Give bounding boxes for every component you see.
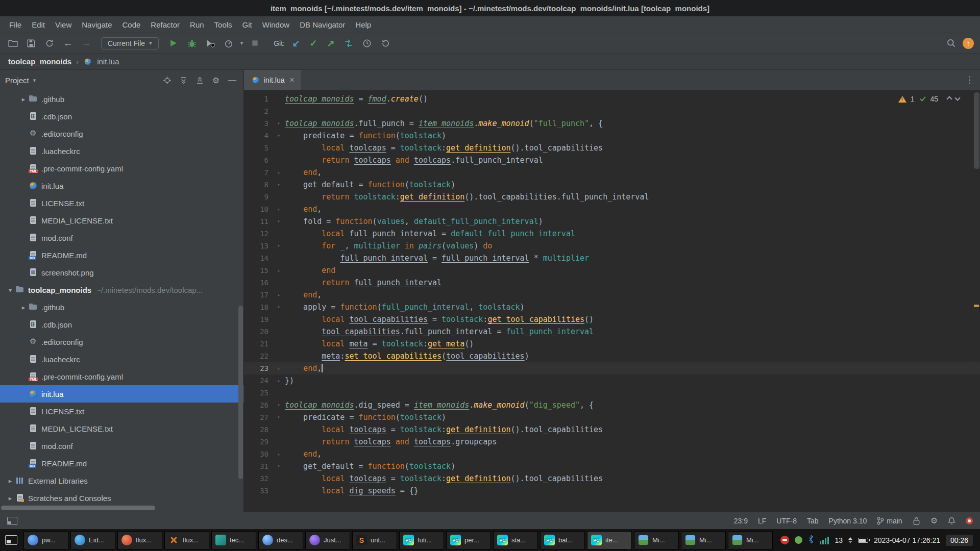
code-line-30[interactable]: 30▴ end, [244,448,980,460]
line-number[interactable]: 22 [244,350,273,362]
git-commit-icon[interactable]: ✓ [307,37,320,50]
tree-item-screenshot-png[interactable]: screenshot.png [0,264,243,281]
line-number[interactable]: 1 [244,93,273,105]
line-number[interactable]: 33 [244,485,273,497]
line-number[interactable]: 28 [244,423,273,436]
line-number[interactable]: 8 [244,179,273,191]
taskbar-item-tec[interactable]: tec... [211,531,256,549]
line-number[interactable]: 11 [244,215,273,228]
tab-init-lua[interactable]: init.lua × [244,70,301,90]
chevron-down-icon[interactable]: ▾ [33,77,36,84]
code-line-11[interactable]: 11▾ fold = function(values, default_full… [244,215,980,228]
fold-marker-icon[interactable]: ▾ [273,179,285,191]
tree-item-media-license-txt[interactable]: MEDIA_LICENSE.txt [0,420,243,437]
fold-marker-icon[interactable]: ▴ [273,448,285,460]
line-number[interactable]: 18 [244,301,273,313]
sync-icon[interactable] [43,37,56,50]
tree-item-init-lua[interactable]: init.lua [0,385,243,403]
menu-tools[interactable]: Tools [209,18,237,32]
editor-scrollbar-thumb[interactable] [974,92,979,169]
warning-stripe-mark[interactable] [974,305,979,307]
open-folder-icon[interactable] [6,37,19,50]
expand-all-icon[interactable] [177,74,189,86]
git-update-icon[interactable]: ↙ [290,37,302,50]
line-number[interactable]: 30 [244,448,273,460]
update-notification-icon[interactable]: ↑ [963,38,974,49]
bluetooth-icon[interactable] [808,535,814,545]
chevron-right-icon[interactable]: ▸ [5,477,15,485]
line-number[interactable]: 5 [244,142,273,154]
fold-marker-icon[interactable]: ▾ [273,240,285,252]
line-number[interactable]: 20 [244,325,273,338]
taskbar-item-futi[interactable]: futi... [399,531,444,549]
hide-panel-icon[interactable]: — [226,74,238,86]
menu-refactor[interactable]: Refactor [145,18,185,32]
code-line-3[interactable]: 3▾toolcap_monoids.full_punch = item_mono… [244,117,980,130]
line-number[interactable]: 16 [244,277,273,289]
fold-marker-icon[interactable]: ▴ [273,203,285,215]
tree-item-cdb-json[interactable]: .cdb.json [0,108,243,125]
line-number[interactable]: 7 [244,166,273,179]
fold-marker-icon[interactable]: ▾ [273,215,285,228]
code-line-28[interactable]: 28 local toolcaps = toolstack:get_defini… [244,423,980,436]
caret-position[interactable]: 23:9 [734,517,748,525]
code-line-25[interactable]: 25 [244,387,980,399]
settings-gear-icon[interactable]: ⚙ [210,74,222,86]
gear-icon[interactable]: ⚙ [930,516,938,525]
error-stripe[interactable] [973,90,980,512]
menu-git[interactable]: Git [237,18,257,32]
line-number[interactable]: 6 [244,154,273,166]
fold-marker-icon[interactable]: ▴ [273,362,285,374]
tree-item-init-lua[interactable]: init.lua [0,177,243,194]
indent-style[interactable]: Tab [807,517,819,525]
code-line-9[interactable]: 9 return toolstack:get_definition().tool… [244,191,980,203]
line-number[interactable]: 32 [244,472,273,485]
taskbar-item-pw[interactable]: pw... [23,531,68,549]
tray-green-status-icon[interactable] [795,536,802,544]
tab-options-icon[interactable]: ⋮ [959,74,980,85]
code-line-31[interactable]: 31▾ get_default = function(toolstack) [244,460,980,472]
chevron-right-icon[interactable]: ▸ [18,95,29,103]
git-branch[interactable]: main [877,517,902,525]
battery-icon[interactable] [858,538,868,543]
taskbar-item-mi[interactable]: Mi... [728,531,773,549]
taskbar-item-per[interactable]: per... [446,531,491,549]
code-line-33[interactable]: 33 local dig_speeds = {} [244,485,980,497]
taskbar-item-sta[interactable]: sta... [493,531,538,549]
menu-view[interactable]: View [50,18,77,32]
line-number[interactable]: 13 [244,240,273,252]
code-line-22[interactable]: 22 meta:set_tool_capabilities(tool_capab… [244,350,980,362]
line-number[interactable]: 17 [244,289,273,301]
taskbar-item-flux[interactable]: flux... [164,531,209,549]
git-compare-icon[interactable] [342,37,355,50]
taskbar-item-unt[interactable]: unt... [352,531,397,549]
code-editor[interactable]: 1toolcap_monoids = fmod.create()23▾toolc… [244,90,980,512]
tree-item-luacheckrc[interactable]: .luacheckrc [0,350,243,368]
breadcrumb-item-project[interactable]: toolcap_monoids [8,57,71,66]
network-count[interactable]: 13 [835,536,843,544]
menu-db-navigator[interactable]: DB Navigator [295,18,350,32]
line-number[interactable]: 27 [244,411,273,423]
taskbar-item-mi[interactable]: Mi... [634,531,679,549]
fold-marker-icon[interactable]: ▾ [273,117,285,130]
code-line-19[interactable]: 19 local tool_capabilities = toolstack:g… [244,313,980,325]
code-line-8[interactable]: 8▾ get_default = function(toolstack) [244,179,980,191]
line-number[interactable]: 26 [244,399,273,411]
save-all-icon[interactable] [24,37,38,50]
run-with-coverage-button[interactable] [204,37,217,50]
code-line-18[interactable]: 18▾ apply = function(full_punch_interval… [244,301,980,313]
next-problem-icon[interactable] [954,95,960,101]
notification-dot-icon[interactable] [966,517,973,524]
session-timer[interactable]: 00:26 [946,535,973,546]
tree-item-mod-conf[interactable]: mod.conf [0,437,243,455]
clock[interactable]: 2023-04-07 17:26:21 [874,536,940,544]
history-icon[interactable] [360,37,374,50]
fold-marker-icon[interactable]: ▴ [273,374,285,387]
menu-help[interactable]: Help [350,18,376,32]
inspections-widget[interactable]: 1 45 [898,95,960,103]
code-line-32[interactable]: 32 local toolcaps = toolstack:get_defini… [244,472,980,485]
code-line-24[interactable]: 24▴}) [244,374,980,387]
tree-item-editorconfig[interactable]: .editorconfig [0,125,243,142]
code-line-16[interactable]: 16 return full_punch_interval [244,277,980,289]
fold-marker-icon[interactable]: ▴ [273,166,285,179]
